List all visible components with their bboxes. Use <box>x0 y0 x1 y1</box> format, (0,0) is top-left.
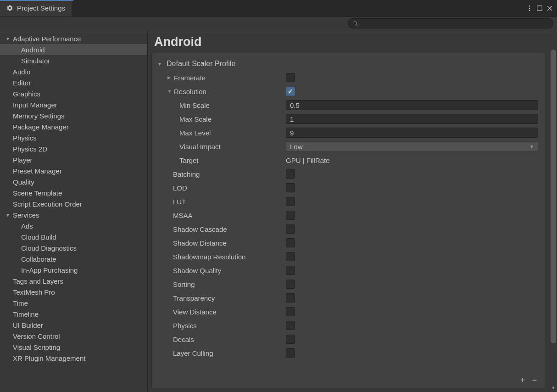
sidebar-item-memory-settings[interactable]: Memory Settings <box>0 110 147 121</box>
sidebar-item-physics[interactable]: Physics <box>0 132 147 143</box>
sidebar-item-player[interactable]: Player <box>0 154 147 165</box>
scaler-checkbox-batching[interactable] <box>286 169 295 179</box>
sidebar-item-quality[interactable]: Quality <box>0 176 147 187</box>
resolution-label: Resolution <box>174 88 286 95</box>
window-title: Project Settings <box>17 4 65 12</box>
maximize-icon[interactable] <box>536 5 543 12</box>
max-level-input[interactable] <box>286 128 538 138</box>
sidebar-item-label: Time <box>13 299 28 307</box>
sidebar-item-editor[interactable]: Editor <box>0 77 147 88</box>
scaler-row-sorting: Sorting <box>157 277 540 291</box>
scaler-label: Sorting <box>173 280 286 288</box>
add-button[interactable]: + <box>517 375 528 385</box>
visual-impact-dropdown[interactable]: Low ▼ <box>286 141 538 151</box>
sidebar-item-textmesh-pro[interactable]: TextMesh Pro <box>0 286 147 297</box>
sidebar-item-visual-scripting[interactable]: Visual Scripting <box>0 342 147 353</box>
scrollbar-thumb[interactable] <box>551 50 556 343</box>
sidebar-item-adaptive-performance[interactable]: Adaptive Performance <box>0 33 147 44</box>
sidebar-item-services[interactable]: Services <box>0 209 147 220</box>
scaler-checkbox-decals[interactable] <box>286 335 295 344</box>
target-value: GPU | FillRate <box>286 157 330 164</box>
scaler-row-view-distance: View Distance <box>157 305 540 319</box>
scaler-checkbox-lut[interactable] <box>286 197 295 206</box>
sidebar-item-label: XR Plugin Management <box>13 354 85 362</box>
resolution-checkbox[interactable] <box>286 87 295 96</box>
sidebar-item-cloud-build[interactable]: Cloud Build <box>0 231 147 242</box>
sidebar-item-preset-manager[interactable]: Preset Manager <box>0 165 147 176</box>
scaler-checkbox-view-distance[interactable] <box>286 307 295 316</box>
search-input[interactable] <box>348 18 553 28</box>
scaler-checkbox-shadow-cascade[interactable] <box>286 224 295 234</box>
max-scale-input[interactable] <box>286 114 538 124</box>
framerate-checkbox[interactable] <box>286 73 295 82</box>
sidebar-item-label: In-App Purchasing <box>21 266 78 274</box>
scaler-label: LOD <box>173 184 286 192</box>
remove-button[interactable]: − <box>529 375 540 385</box>
svg-point-0 <box>529 6 530 7</box>
sidebar-item-label: Quality <box>13 178 34 186</box>
profile-list-buttons: + − <box>517 375 540 385</box>
sidebar-item-collaborate[interactable]: Collaborate <box>0 253 147 264</box>
scaler-checkbox-physics[interactable] <box>286 321 295 330</box>
sidebar-item-label: Preset Manager <box>13 167 62 175</box>
scaler-row-physics: Physics <box>157 319 540 332</box>
target-row: Target GPU | FillRate <box>157 153 540 167</box>
scaler-label: Physics <box>173 322 286 330</box>
gear-icon <box>6 5 13 11</box>
sidebar-item-graphics[interactable]: Graphics <box>0 88 147 99</box>
scaler-checkbox-sorting[interactable] <box>286 280 295 289</box>
sidebar-item-android[interactable]: Android <box>0 44 147 55</box>
kebab-menu-icon[interactable] <box>526 5 533 12</box>
sidebar-item-xr-plugin-management[interactable]: XR Plugin Management <box>0 353 147 364</box>
scaler-label: Shadow Distance <box>173 239 286 247</box>
sidebar-item-tags-and-layers[interactable]: Tags and Layers <box>0 275 147 286</box>
sidebar-item-package-manager[interactable]: Package Manager <box>0 121 147 132</box>
min-scale-input[interactable] <box>286 100 538 110</box>
scaler-profile-panel: Default Scaler Profile Framerate Resolut… <box>151 53 546 388</box>
chevron-right-icon[interactable] <box>167 75 174 80</box>
sidebar-item-time[interactable]: Time <box>0 297 147 308</box>
svg-rect-3 <box>537 6 542 11</box>
content-scrollbar[interactable]: ▲ ▼ <box>550 50 557 392</box>
scaler-checkbox-lod[interactable] <box>286 183 295 192</box>
sidebar-item-label: Input Manager <box>13 101 57 109</box>
sidebar-item-label: Memory Settings <box>13 112 65 120</box>
profile-header[interactable]: Default Scaler Profile <box>157 57 540 71</box>
sidebar-item-label: Script Execution Order <box>13 200 82 208</box>
chevron-down-icon[interactable] <box>167 89 174 94</box>
sidebar-item-input-manager[interactable]: Input Manager <box>0 99 147 110</box>
scaler-checkbox-shadow-quality[interactable] <box>286 266 295 275</box>
sidebar-item-label: Player <box>13 156 33 164</box>
sidebar-item-cloud-diagnostics[interactable]: Cloud Diagnostics <box>0 242 147 253</box>
sidebar-item-simulator[interactable]: Simulator <box>0 55 147 66</box>
min-scale-label: Min Scale <box>179 101 286 109</box>
target-label: Target <box>179 157 286 164</box>
scaler-row-lod: LOD <box>157 181 540 195</box>
sidebar-item-label: Version Control <box>13 332 60 340</box>
sidebar-item-script-execution-order[interactable]: Script Execution Order <box>0 198 147 209</box>
window-tab[interactable]: Project Settings <box>0 0 72 17</box>
scaler-checkbox-transparency[interactable] <box>286 293 295 302</box>
close-icon[interactable] <box>546 5 553 12</box>
sidebar-item-scene-template[interactable]: Scene Template <box>0 187 147 198</box>
scaler-label: Layer Culling <box>173 349 286 357</box>
scaler-row-shadowmap-resolution: Shadowmap Resolution <box>157 250 540 263</box>
sidebar-item-ads[interactable]: Ads <box>0 220 147 231</box>
svg-point-4 <box>354 22 356 24</box>
search-row <box>0 17 557 30</box>
sidebar-item-ui-builder[interactable]: UI Builder <box>0 319 147 330</box>
scaler-checkbox-shadow-distance[interactable] <box>286 238 295 247</box>
sidebar-item-version-control[interactable]: Version Control <box>0 330 147 342</box>
scroll-down-icon[interactable]: ▼ <box>550 386 557 392</box>
sidebar-item-label: Audio <box>13 68 30 76</box>
sidebar-item-in-app-purchasing[interactable]: In-App Purchasing <box>0 264 147 275</box>
sidebar-item-physics-2d[interactable]: Physics 2D <box>0 143 147 154</box>
sidebar-item-timeline[interactable]: Timeline <box>0 308 147 319</box>
scaler-checkbox-shadowmap-resolution[interactable] <box>286 252 295 261</box>
svg-point-2 <box>529 10 530 11</box>
sidebar-item-label: UI Builder <box>13 321 43 329</box>
scaler-checkbox-msaa[interactable] <box>286 211 295 220</box>
scaler-checkbox-layer-culling[interactable] <box>286 348 295 358</box>
sidebar-item-label: Collaborate <box>21 255 56 263</box>
sidebar-item-audio[interactable]: Audio <box>0 66 147 77</box>
